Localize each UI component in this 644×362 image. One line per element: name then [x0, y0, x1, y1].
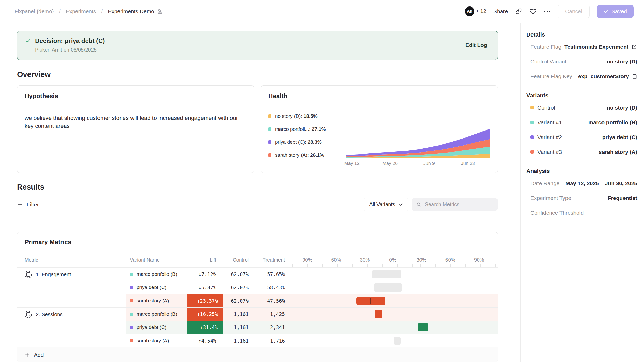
variant-row: Variant #2 priya debt (C)	[526, 130, 637, 144]
experiment-type-row: Experiment Type Frequentist	[526, 191, 637, 205]
axis-tick-label: 60%	[445, 257, 455, 263]
add-metric-button[interactable]: Add	[17, 347, 498, 362]
share-button[interactable]: Share	[493, 8, 508, 15]
page-title: Experiments Demo	[108, 8, 163, 15]
health-legend: no story (D): 18.5%marco portfoli...: 27…	[268, 110, 346, 166]
variant-name: marco portfolio (B)	[137, 311, 177, 317]
lift-cell: ↑31.4%	[187, 321, 223, 334]
legend-label: priya debt (C): 28.3%	[275, 139, 322, 145]
control-value: 1,161	[223, 334, 256, 347]
copy-link-icon[interactable]	[515, 8, 522, 15]
breadcrumb-app[interactable]: Fixpanel {demo}	[15, 8, 54, 15]
col-variant-name: Variant Name	[126, 252, 187, 267]
ci-mid-tick	[386, 271, 386, 277]
copy-icon[interactable]	[632, 74, 637, 79]
metric-name: 1. Engagement	[36, 272, 71, 278]
metric-variant-row[interactable]: marco portfolio (B)↓16.25%1,1611,425	[126, 308, 498, 321]
analysis-heading: Analysis	[526, 166, 637, 176]
hypothesis-card: Hypothesis we believe that showing custo…	[17, 85, 254, 173]
metric-name-cell: 1. Engagement	[17, 268, 126, 307]
add-filter-button[interactable]: Filter	[17, 201, 39, 208]
ci-bar	[356, 297, 385, 305]
lift-value: ↑31.4%	[187, 321, 223, 334]
feature-flag-link[interactable]: Testimonials Experiment	[564, 44, 637, 50]
variant-name: sarah story (A)	[137, 298, 169, 304]
zero-line	[393, 334, 393, 347]
x-axis-tick	[429, 158, 429, 160]
check-icon	[604, 9, 608, 14]
ci-bar	[372, 270, 402, 278]
variant-swatch	[530, 135, 534, 139]
hypothesis-body: we believe that showing customer stories…	[25, 114, 247, 130]
legend-swatch	[268, 114, 271, 118]
breadcrumb-separator: /	[59, 8, 61, 15]
axis-tick-label: -60%	[330, 257, 341, 263]
axis-tick-label: -30%	[358, 257, 370, 263]
legend-label: sarah story (A): 26.1%	[275, 152, 324, 158]
legend-item: marco portfoli...: 27.1%	[268, 126, 346, 132]
variants-dropdown[interactable]: All Variants	[364, 198, 408, 211]
x-axis-tick	[352, 158, 352, 160]
chevron-down-icon	[399, 203, 403, 206]
variant-swatch	[530, 150, 534, 154]
legend-item: sarah story (A): 26.1%	[268, 152, 346, 158]
results-heading: Results	[17, 183, 498, 191]
search-metrics-input[interactable]	[425, 201, 493, 207]
treatment-value: 58.43%	[256, 281, 292, 294]
check-icon	[25, 38, 31, 44]
collaborators[interactable]: Ak + 12	[465, 6, 486, 16]
x-axis-label: Jun 23	[461, 161, 475, 166]
metric-variant-row[interactable]: priya debt (C)↑31.4%1,1612,341	[126, 321, 498, 334]
variant-name-cell: sarah story (A)	[126, 294, 187, 307]
plus-icon	[25, 352, 30, 358]
variant-swatch	[530, 106, 534, 109]
zero-line	[393, 321, 393, 334]
confidence-interval-cell	[292, 334, 498, 347]
breadcrumb: Fixpanel {demo} / Experiments / Experime…	[15, 8, 163, 15]
metric-variant-row[interactable]: sarah story (A)↓23.37%62.07%47.56%	[126, 294, 498, 307]
cancel-button[interactable]: Cancel	[558, 5, 590, 18]
confidence-interval-cell	[292, 308, 498, 321]
primary-metrics-title: Primary Metrics	[17, 232, 498, 252]
legend-label: marco portfoli...: 27.1%	[275, 126, 326, 132]
saved-button[interactable]: Saved	[597, 5, 634, 18]
metric-group: 2. Sessionsmarco portfolio (B)↓16.25%1,1…	[17, 307, 498, 347]
axis-tick-label: -90%	[301, 257, 312, 263]
search-metrics-box[interactable]	[412, 198, 498, 211]
avatar[interactable]: Ak	[465, 6, 474, 16]
x-axis-tick	[390, 158, 390, 160]
control-value: 62.07%	[223, 281, 256, 294]
metric-variant-row[interactable]: sarah story (A)↑4.54%1,1611,716	[126, 334, 498, 347]
health-title: Health	[261, 86, 498, 106]
main-content: Decision: priya debt (C) Picker, Amit on…	[0, 23, 520, 362]
ci-axis: -90%-60%-30%0%30%60%90%	[292, 252, 498, 267]
top-bar: Fixpanel {demo} / Experiments / Experime…	[0, 0, 644, 23]
variant-name: priya debt (C)	[137, 285, 166, 290]
axis-tick-label: 30%	[417, 257, 426, 263]
details-section: Details Feature Flag Testimonials Experi…	[526, 30, 637, 84]
confidence-interval-cell	[292, 321, 498, 334]
health-chart: May 12May 26Jun 9Jun 23	[346, 110, 490, 166]
metrics-table-body: 1. Engagementmarco portfolio (B)↓7.12%62…	[17, 268, 498, 347]
date-range-row: Date Range May 12, 2025 – Jun 30, 2025	[526, 176, 637, 191]
edit-log-button[interactable]: Edit Log	[465, 42, 487, 48]
metric-name: 2. Sessions	[36, 312, 62, 317]
external-link-icon[interactable]	[632, 44, 637, 50]
treatment-value: 47.56%	[256, 294, 292, 307]
ci-mid-tick	[370, 298, 371, 304]
more-options-icon[interactable]	[544, 11, 550, 12]
variant-name-cell: priya debt (C)	[126, 281, 187, 294]
favorite-heart-icon[interactable]	[529, 8, 537, 15]
control-value: 1,161	[223, 308, 256, 321]
breadcrumb-experiments[interactable]: Experiments	[66, 8, 96, 15]
lift-cell: ↓23.37%	[187, 294, 223, 307]
x-axis-label: May 26	[382, 161, 398, 166]
health-xaxis: May 12May 26Jun 9Jun 23	[346, 158, 490, 166]
metric-variant-row[interactable]: priya debt (C)↓5.87%62.07%58.43%	[126, 281, 498, 294]
treatment-value: 2,341	[256, 321, 292, 334]
feature-flag-key-row: Feature Flag Key exp_customerStory	[526, 69, 637, 84]
variant-name: marco portfolio (B)	[137, 271, 177, 277]
confidence-interval-cell	[292, 281, 498, 294]
variant-name-cell: marco portfolio (B)	[126, 308, 187, 321]
metric-variant-row[interactable]: marco portfolio (B)↓7.12%62.07%57.65%	[126, 268, 498, 281]
